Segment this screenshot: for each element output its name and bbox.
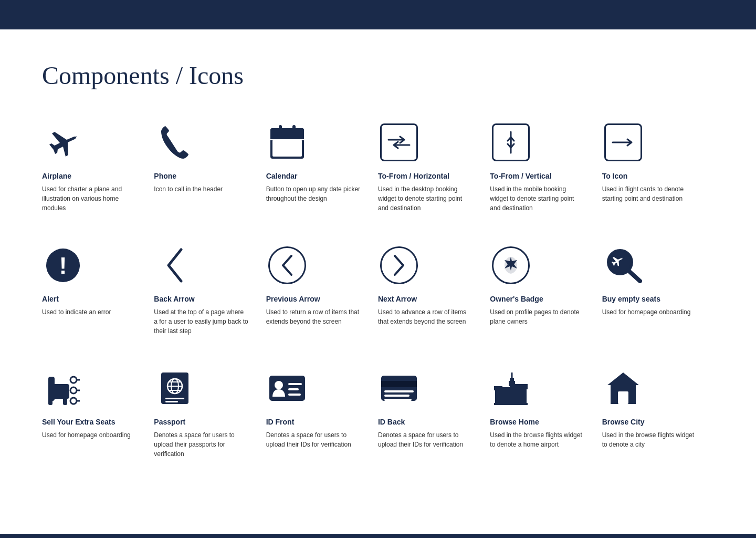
airplane-desc: Used for charter a plane and illustratio… <box>42 184 136 213</box>
alert-icon-wrapper: ! <box>42 244 84 286</box>
to-from-v-desc: Used in the mobile booking widget to den… <box>490 184 584 213</box>
svg-rect-47 <box>510 378 514 382</box>
owners-badge-circle <box>492 246 530 284</box>
alert-desc: Used to indicate an error <box>42 307 111 317</box>
browse-city-icon-wrapper <box>602 367 644 409</box>
back-arrow-label: Back Arrow <box>154 295 194 303</box>
icon-item-passport: Passport Denotes a space for users to up… <box>154 367 266 459</box>
svg-rect-40 <box>384 399 412 401</box>
icons-grid: Airplane Used for charter a plane and il… <box>42 121 714 459</box>
svg-rect-33 <box>288 383 302 385</box>
icon-item-prev-arrow: Previous Arrow Used to return a row of i… <box>266 244 378 336</box>
airplane-icon-wrapper <box>42 121 84 163</box>
icon-item-buy-empty-seats: Buy empty seats Used for homepage onboar… <box>602 244 714 336</box>
browse-home-desc: Used in the browse flights widget to den… <box>490 430 584 449</box>
to-icon-wrapper <box>602 121 644 163</box>
svg-rect-34 <box>288 388 299 390</box>
svg-rect-5 <box>279 125 282 133</box>
next-arrow-desc: Used to advance a row of items that exte… <box>378 307 472 326</box>
svg-rect-50 <box>513 384 528 389</box>
buy-empty-seats-label: Buy empty seats <box>602 295 660 303</box>
alert-label: Alert <box>42 295 59 303</box>
svg-point-18 <box>70 387 77 394</box>
to-icon <box>612 137 635 148</box>
svg-point-19 <box>70 398 77 404</box>
icon-item-back-arrow: Back Arrow Used at the top of a page whe… <box>154 244 266 336</box>
sell-extra-seats-icon-wrapper <box>42 367 84 409</box>
buy-empty-seats-icon-wrapper <box>602 244 644 286</box>
to-from-v-icon-wrapper <box>490 121 532 163</box>
calendar-desc: Button to open up any date picker throug… <box>266 184 361 203</box>
svg-rect-44 <box>500 387 511 394</box>
to-icon-border <box>604 123 642 161</box>
next-arrow-label: Next Arrow <box>378 295 417 303</box>
sell-extra-seats-label: Sell Your Extra Seats <box>42 418 116 426</box>
airplane-label: Airplane <box>42 172 71 180</box>
calendar-label: Calendar <box>266 172 298 180</box>
browse-home-icon <box>493 370 529 406</box>
icon-item-phone: Phone Icon to call in the header <box>154 121 266 213</box>
browse-home-icon-wrapper <box>490 367 532 409</box>
id-back-desc: Denotes a space for users to upload thei… <box>378 430 472 449</box>
passport-icon-wrapper <box>154 367 196 409</box>
svg-rect-39 <box>384 395 410 397</box>
calendar-icon-wrapper <box>266 121 308 163</box>
svg-rect-53 <box>618 391 628 404</box>
next-arrow-icon-wrapper <box>378 244 420 286</box>
browse-city-desc: Used in the browse flights widget to den… <box>602 430 697 449</box>
icon-item-next-arrow: Next Arrow Used to advance a row of item… <box>378 244 490 336</box>
prev-arrow-label: Previous Arrow <box>266 295 320 303</box>
icon-item-id-front: ID Front Denotes a space for users to up… <box>266 367 378 459</box>
buy-empty-seats-icon <box>604 247 642 283</box>
to-from-h-desc: Used in the desktop booking widget to de… <box>378 184 472 213</box>
svg-rect-43 <box>501 392 510 404</box>
id-front-label: ID Front <box>266 418 295 426</box>
passport-icon <box>157 370 193 406</box>
svg-rect-30 <box>165 401 178 402</box>
browse-home-label: Browse Home <box>490 418 539 426</box>
alert-icon: ! <box>45 247 81 283</box>
icon-item-calendar: Calendar Button to open up any date pick… <box>266 121 378 213</box>
svg-rect-31 <box>269 376 305 401</box>
owners-badge-icon-wrapper <box>490 244 532 286</box>
passport-label: Passport <box>154 418 185 426</box>
phone-icon-wrapper <box>154 121 196 163</box>
icon-item-owners-badge: Owner's Badge Used on profile pages to d… <box>490 244 602 336</box>
icon-item-airplane: Airplane Used for charter a plane and il… <box>42 121 154 213</box>
airplane-icon <box>44 123 82 161</box>
icon-item-to-from-h: To-From / Horizontal Used in the desktop… <box>378 121 490 213</box>
sell-extra-seats-desc: Used for homepage onboarding <box>42 430 131 440</box>
icon-item-to-from-v: To-From / Vertical Used in the mobile bo… <box>490 121 602 213</box>
phone-icon <box>159 124 191 161</box>
icon-item-alert: ! Alert Used to indicate an error <box>42 244 154 336</box>
svg-point-32 <box>275 381 283 389</box>
svg-rect-6 <box>292 125 296 133</box>
prev-arrow-icon-wrapper <box>266 244 308 286</box>
to-from-v-label: To-From / Vertical <box>490 172 551 180</box>
svg-rect-3 <box>272 140 302 157</box>
svg-rect-49 <box>514 388 527 404</box>
browse-city-label: Browse City <box>602 418 645 426</box>
owners-badge-desc: Used on profile pages to denote plane ow… <box>490 307 584 326</box>
previous-arrow-icon <box>280 254 295 277</box>
next-arrow-circle <box>380 246 418 284</box>
id-front-desc: Denotes a space for users to upload thei… <box>266 430 361 449</box>
icon-item-to-icon: To Icon Used in flight cards to denote s… <box>602 121 714 213</box>
to-icon-label: To Icon <box>602 172 628 180</box>
id-back-label: ID Back <box>378 418 405 426</box>
svg-rect-2 <box>272 130 302 138</box>
buy-empty-seats-desc: Used for homepage onboarding <box>602 307 691 317</box>
to-from-vertical-icon <box>503 131 519 154</box>
id-front-icon <box>268 374 306 403</box>
header-bar <box>0 4 756 29</box>
prev-arrow-desc: Used to return a row of items that exten… <box>266 307 361 326</box>
svg-line-12 <box>628 271 640 281</box>
sell-extra-seats-icon <box>44 369 82 407</box>
back-arrow-desc: Used at the top of a page where a for a … <box>154 307 248 336</box>
page-title: Components / Icons <box>42 61 714 90</box>
id-back-icon <box>380 374 418 403</box>
svg-rect-35 <box>288 394 301 396</box>
id-back-icon-wrapper <box>378 367 420 409</box>
svg-rect-29 <box>165 398 184 399</box>
icon-item-browse-home: Browse Home Used in the browse flights w… <box>490 367 602 459</box>
